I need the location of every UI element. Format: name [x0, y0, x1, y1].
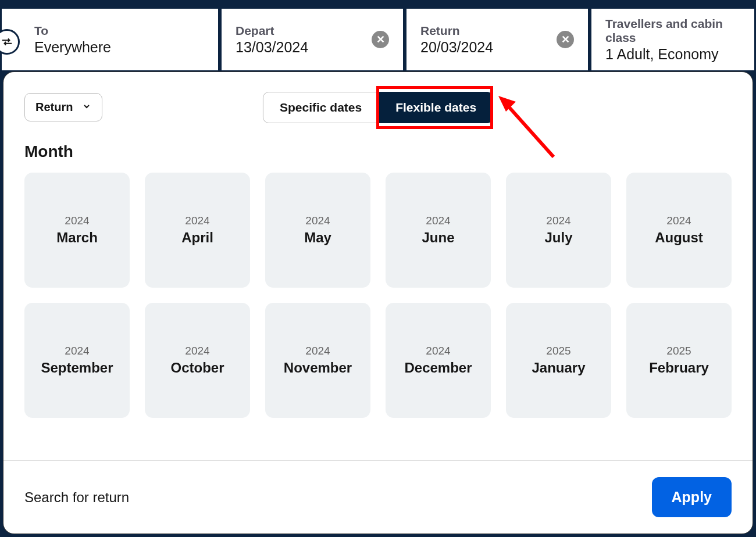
- month-card[interactable]: 2024 April: [145, 173, 250, 288]
- specific-dates-toggle[interactable]: Specific dates: [263, 92, 379, 123]
- month-heading: Month: [3, 121, 753, 173]
- month-name: December: [404, 360, 472, 376]
- month-year: 2024: [185, 345, 209, 357]
- month-name: June: [422, 230, 454, 246]
- month-card[interactable]: 2024 October: [145, 303, 250, 418]
- month-year: 2024: [305, 345, 330, 357]
- depart-value: 13/03/2024: [236, 39, 389, 56]
- month-card[interactable]: 2025 February: [626, 303, 732, 418]
- month-card[interactable]: 2024 August: [626, 173, 732, 288]
- month-name: April: [181, 230, 213, 246]
- month-card[interactable]: 2024 July: [506, 173, 611, 288]
- month-name: January: [532, 360, 585, 376]
- month-year: 2024: [65, 345, 89, 357]
- trip-type-select[interactable]: Return: [24, 93, 102, 121]
- month-year: 2025: [546, 345, 570, 357]
- month-year: 2024: [666, 214, 691, 227]
- date-mode-toggle: Specific dates Flexible dates: [263, 92, 493, 123]
- panel-footer: Search for return Apply: [3, 460, 753, 534]
- destination-value: Everywhere: [34, 39, 204, 56]
- month-name: May: [304, 230, 331, 246]
- month-year: 2024: [65, 214, 89, 227]
- month-grid: 2024 March 2024 April 2024 May 2024 June…: [3, 173, 753, 418]
- month-card[interactable]: 2024 May: [265, 173, 370, 288]
- depart-date-field[interactable]: Depart 13/03/2024 ✕: [220, 7, 405, 72]
- travellers-value: 1 Adult, Economy: [605, 46, 740, 63]
- month-card[interactable]: 2024 June: [386, 173, 491, 288]
- footer-text: Search for return: [24, 489, 129, 506]
- month-card[interactable]: 2024 November: [265, 303, 370, 418]
- return-label: Return: [420, 24, 574, 38]
- travellers-field[interactable]: Travellers and cabin class 1 Adult, Econ…: [590, 7, 756, 72]
- return-value: 20/03/2024: [420, 39, 574, 56]
- flexible-dates-toggle[interactable]: Flexible dates: [379, 92, 493, 123]
- month-name: August: [655, 230, 703, 246]
- trip-type-value: Return: [35, 101, 73, 114]
- clear-depart-button[interactable]: ✕: [372, 31, 389, 48]
- depart-label: Depart: [236, 24, 389, 38]
- destination-label: To: [34, 24, 204, 38]
- chevron-down-icon: [82, 101, 91, 114]
- month-card[interactable]: 2024 September: [24, 303, 130, 418]
- month-year: 2024: [185, 214, 209, 227]
- month-card[interactable]: 2024 March: [24, 173, 130, 288]
- month-name: February: [649, 360, 709, 376]
- month-year: 2024: [546, 214, 570, 227]
- month-name: September: [41, 360, 113, 376]
- clear-return-button[interactable]: ✕: [557, 31, 574, 48]
- month-year: 2025: [666, 345, 691, 357]
- month-card[interactable]: 2024 December: [386, 303, 491, 418]
- destination-field[interactable]: To Everywhere: [0, 7, 220, 72]
- month-name: March: [56, 230, 98, 246]
- month-year: 2024: [305, 214, 330, 227]
- apply-button[interactable]: Apply: [652, 477, 732, 517]
- month-name: July: [544, 230, 572, 246]
- month-year: 2024: [426, 345, 450, 357]
- search-fields-row: To Everywhere Depart 13/03/2024 ✕ Return…: [0, 7, 756, 72]
- month-name: October: [170, 360, 224, 376]
- month-name: November: [284, 360, 352, 376]
- return-date-field[interactable]: Return 20/03/2024 ✕: [405, 7, 590, 72]
- month-year: 2024: [426, 214, 450, 227]
- date-picker-panel: Return Specific dates Flexible dates Mon…: [3, 72, 753, 534]
- month-card[interactable]: 2025 January: [506, 303, 611, 418]
- travellers-label: Travellers and cabin class: [605, 17, 740, 45]
